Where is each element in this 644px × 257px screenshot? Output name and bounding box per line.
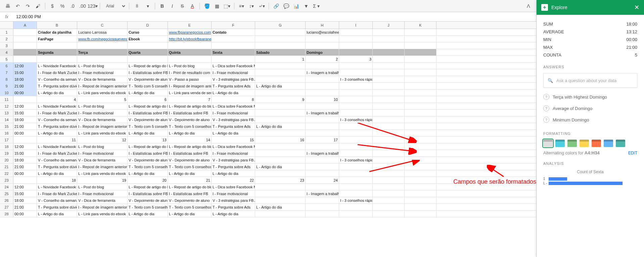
comment-icon[interactable]: 💬: [282, 2, 290, 10]
merge-cells-icon[interactable]: ⬚▾: [223, 2, 231, 10]
cell[interactable]: [405, 49, 436, 56]
cell[interactable]: [373, 184, 405, 190]
cell[interactable]: L - Artigo do dia: [37, 211, 77, 217]
cell[interactable]: [405, 170, 436, 177]
cell[interactable]: L - Novidade Facebook: [37, 63, 77, 69]
cell[interactable]: 23: [255, 177, 306, 183]
cell[interactable]: L - Artigo do dia: [128, 170, 168, 177]
bold-icon[interactable]: B: [158, 2, 167, 10]
cell[interactable]: T - Texto com 5 conselhos: [128, 163, 168, 170]
cell[interactable]: [373, 69, 405, 76]
cell[interactable]: L - Artigo do dia: [37, 170, 77, 177]
cell[interactable]: I - Frase do Mark Zuckerber: [37, 69, 77, 76]
col-header-H[interactable]: H: [306, 22, 339, 29]
row-header[interactable]: 6: [0, 63, 13, 69]
cell[interactable]: [212, 42, 255, 49]
col-header-C[interactable]: C: [77, 22, 128, 29]
cell[interactable]: L - Artigo do dia: [168, 130, 212, 136]
row-header[interactable]: 20: [0, 157, 13, 163]
cell[interactable]: [339, 204, 373, 210]
undo-icon[interactable]: ↶: [13, 2, 22, 10]
cell[interactable]: 12:00: [13, 184, 37, 190]
cell[interactable]: www.fb.com/negociosquevendem: [77, 36, 128, 42]
cell[interactable]: 14: [168, 137, 212, 143]
cell[interactable]: L - Novidade Facebook: [37, 184, 77, 190]
cell[interactable]: [77, 56, 128, 62]
cell[interactable]: [373, 190, 405, 197]
cell[interactable]: L - Post do blog: [77, 184, 128, 190]
cell[interactable]: L - Repost de artigo do blo: [128, 103, 168, 109]
cell[interactable]: V - Conselho da semana: [37, 76, 77, 82]
cell[interactable]: I - 3 conselhos rápidos: [339, 197, 373, 204]
cell[interactable]: I - Estatísticas sobre FB: [128, 69, 168, 76]
cell[interactable]: L - Artigo do dia: [128, 211, 168, 217]
row-header[interactable]: 16: [0, 130, 13, 136]
cell[interactable]: [255, 150, 306, 156]
cell[interactable]: 00:00: [13, 130, 37, 136]
cell[interactable]: [339, 137, 373, 143]
italic-icon[interactable]: I: [168, 2, 177, 10]
cell[interactable]: 15:00: [13, 69, 37, 76]
cell[interactable]: [255, 157, 306, 163]
cell[interactable]: L - Artigo do dia: [255, 163, 306, 170]
cell[interactable]: [405, 157, 436, 163]
cell[interactable]: I - Frase do Mark Zuckerber: [37, 150, 77, 156]
row-header[interactable]: 28: [0, 211, 13, 217]
cell[interactable]: [373, 130, 405, 136]
cell[interactable]: I - Frase do Mark Zuckerber: [37, 190, 77, 197]
cell[interactable]: L - Artigo do dia: [37, 89, 77, 96]
cell[interactable]: [168, 42, 212, 49]
cell[interactable]: L - Repost de artigo do blog: [168, 143, 212, 150]
row-header[interactable]: 18: [0, 143, 13, 150]
cell[interactable]: [339, 143, 373, 150]
cell[interactable]: www.fbparanegocios.com: [168, 29, 212, 35]
cell[interactable]: [405, 56, 436, 62]
col-header-J[interactable]: J: [373, 22, 405, 29]
cell[interactable]: Quinta: [168, 49, 212, 56]
cell[interactable]: I - Estatísticas sobre FB: [168, 150, 212, 156]
cell[interactable]: Domingo: [306, 49, 339, 56]
cell[interactable]: I - 3 conselhos rápidos: [339, 157, 373, 163]
cell[interactable]: Sábado: [255, 49, 306, 56]
col-header-E[interactable]: E: [168, 22, 212, 29]
col-header-G[interactable]: G: [255, 22, 306, 29]
col-header-B[interactable]: B: [37, 22, 77, 29]
cell[interactable]: L - Link para venda do ebook: [77, 89, 128, 96]
col-header-I[interactable]: I: [339, 22, 373, 29]
cell[interactable]: [405, 36, 436, 42]
cell[interactable]: [339, 170, 373, 177]
cell[interactable]: V - Dica de ferramenta: [77, 76, 128, 82]
wrap-icon[interactable]: ⤶▾: [257, 2, 266, 10]
cell[interactable]: [373, 36, 405, 42]
cell[interactable]: I - Frase motivacional: [77, 69, 128, 76]
cell[interactable]: I - Estatísticas sobre FB: [128, 190, 168, 197]
cell[interactable]: [306, 211, 339, 217]
color-swatch[interactable]: [616, 140, 625, 147]
cell[interactable]: [373, 103, 405, 109]
cell[interactable]: 18:00: [13, 157, 37, 163]
cell[interactable]: I - Frase motivacional: [212, 190, 255, 197]
cell[interactable]: 21:00: [13, 123, 37, 130]
cell[interactable]: V - 3 estratégias para FB Ads: [212, 197, 255, 204]
cell[interactable]: L - Artigo do dia: [212, 130, 255, 136]
cell[interactable]: [339, 130, 373, 136]
answer-item[interactable]: ?Average of Domingo: [543, 103, 637, 114]
cell[interactable]: I - Repost de imagem anterior: [168, 83, 212, 89]
functions-icon[interactable]: Σ ▾: [312, 2, 321, 10]
answer-item[interactable]: ?Minimum Domingo: [543, 114, 637, 125]
cell[interactable]: [405, 76, 436, 82]
decimal-increase-icon[interactable]: .00: [78, 2, 87, 10]
cell[interactable]: L - Post do blog: [77, 143, 128, 150]
cell[interactable]: I - Frase do Mark Zuckerber: [37, 110, 77, 116]
color-swatch[interactable]: [567, 140, 577, 147]
cell[interactable]: [405, 184, 436, 190]
cell[interactable]: [373, 143, 405, 150]
cell[interactable]: [405, 137, 436, 143]
cell[interactable]: [373, 29, 405, 35]
row-header[interactable]: 24: [0, 184, 13, 190]
cell[interactable]: [306, 197, 339, 204]
cell[interactable]: 18: [37, 177, 77, 183]
cell[interactable]: I - Repost de imagem anterior: [77, 83, 128, 89]
cell[interactable]: [405, 29, 436, 35]
cell[interactable]: [13, 49, 37, 56]
